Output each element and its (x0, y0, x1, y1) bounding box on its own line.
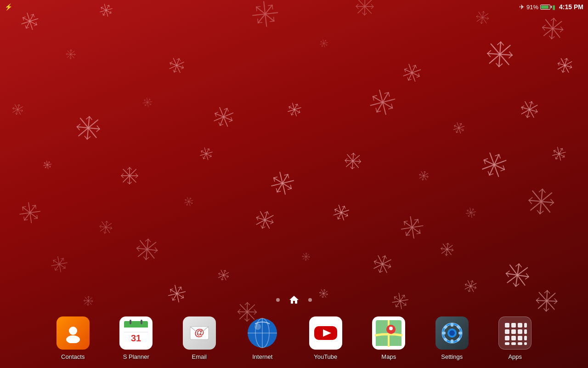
email-icon: @ (183, 316, 216, 350)
svg-rect-849 (524, 342, 527, 345)
svg-rect-829 (458, 332, 462, 334)
dock: Contacts 31 S Planner (0, 313, 588, 368)
battery-icon (540, 5, 550, 10)
svg-rect-826 (451, 323, 453, 327)
apps-icon (498, 316, 531, 350)
svg-rect-834 (505, 323, 509, 328)
svg-rect-843 (511, 336, 516, 340)
svg-rect-844 (518, 336, 522, 340)
svg-rect-839 (511, 329, 516, 334)
svg-rect-840 (518, 329, 522, 334)
app-maps[interactable]: Maps (372, 316, 405, 360)
svg-point-814 (254, 323, 261, 330)
svg-point-821 (389, 327, 393, 330)
page-dot-left[interactable] (276, 298, 280, 302)
svg-rect-807 (141, 320, 142, 324)
status-left: ⚡ (5, 3, 12, 11)
youtube-icon (309, 316, 342, 350)
splanner-label: S Planner (123, 353, 149, 360)
settings-label: Settings (441, 353, 463, 360)
home-bar (276, 294, 312, 306)
svg-rect-841 (524, 329, 527, 334)
apps-label: Apps (508, 353, 522, 360)
app-contacts[interactable]: Contacts (57, 316, 90, 360)
svg-rect-847 (511, 342, 516, 345)
svg-rect-835 (511, 323, 516, 328)
internet-label: Internet (252, 353, 272, 360)
app-youtube[interactable]: YouTube (309, 316, 342, 360)
svg-text:31: 31 (131, 333, 141, 343)
svg-point-801 (66, 335, 80, 343)
page-dot-right[interactable] (308, 298, 312, 302)
time-display: 4:15 PM (559, 3, 583, 11)
svg-rect-842 (505, 336, 509, 340)
svg-point-825 (449, 330, 455, 336)
svg-rect-838 (505, 329, 509, 334)
svg-rect-806 (130, 320, 131, 324)
svg-rect-828 (442, 332, 446, 334)
svg-rect-836 (518, 323, 522, 328)
app-settings[interactable]: Settings (435, 316, 469, 360)
contacts-label: Contacts (61, 353, 85, 360)
svg-rect-848 (518, 342, 522, 345)
internet-icon (246, 316, 279, 350)
dock-items: Contacts 31 S Planner (41, 316, 547, 365)
battery-percent: 91% (526, 4, 538, 11)
home-button[interactable] (288, 294, 300, 306)
app-apps[interactable]: Apps (498, 316, 531, 360)
maps-label: Maps (381, 353, 396, 360)
svg-rect-827 (451, 339, 453, 343)
settings-icon (435, 316, 469, 350)
signal-icon: ▮ (552, 4, 555, 11)
usb-icon: ⚡ (5, 3, 12, 11)
svg-point-800 (69, 327, 77, 335)
svg-rect-802 (124, 321, 148, 328)
maps-icon (372, 316, 405, 350)
status-bar: ⚡ ✈ 91% ▮ 4:15 PM (0, 0, 588, 14)
app-splanner[interactable]: 31 S Planner (119, 316, 153, 360)
youtube-label: YouTube (314, 353, 337, 360)
app-email[interactable]: @ Email (183, 316, 216, 360)
status-right: ✈ 91% ▮ 4:15 PM (519, 3, 583, 11)
svg-text:@: @ (194, 327, 204, 338)
app-internet[interactable]: Internet (246, 316, 279, 360)
contacts-icon (57, 316, 90, 350)
svg-rect-845 (524, 336, 527, 340)
email-label: Email (192, 353, 207, 360)
splanner-icon: 31 (119, 316, 153, 350)
svg-rect-846 (505, 342, 509, 345)
airplane-icon: ✈ (519, 3, 525, 11)
svg-rect-837 (524, 323, 527, 328)
